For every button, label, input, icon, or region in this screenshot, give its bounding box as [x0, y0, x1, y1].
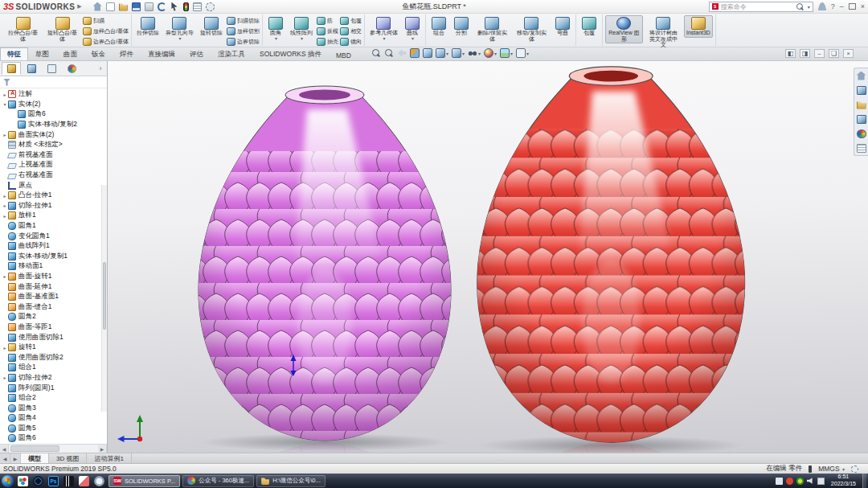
realview-graphics-button[interactable]: RealView 图形: [605, 15, 643, 43]
expand-arrow-icon[interactable]: ▸: [2, 132, 8, 137]
taskpane-view-palette-button[interactable]: [856, 113, 867, 125]
tree-item[interactable]: 移动面1: [0, 261, 107, 272]
restore-button[interactable]: [849, 3, 856, 10]
tab-草图[interactable]: 草图: [28, 47, 56, 60]
boundary-cut-button[interactable]: 边界切除: [227, 36, 260, 47]
login-user-icon[interactable]: [818, 2, 826, 10]
tab-MBD[interactable]: MBD: [329, 49, 358, 60]
tree-item[interactable]: ▸凸台-拉伸1: [0, 191, 107, 201]
tab-渲染工具[interactable]: 渲染工具: [211, 47, 252, 60]
mirror-button[interactable]: 镜向: [340, 36, 362, 47]
units-selector[interactable]: MMGS ▾: [818, 465, 845, 473]
taskpane-file-explorer-button[interactable]: [856, 99, 867, 110]
taskpane-design-library-button[interactable]: [856, 84, 867, 96]
home-icon[interactable]: [93, 2, 102, 11]
expand-arrow-icon[interactable]: ▾: [2, 101, 8, 107]
tree-item[interactable]: 圆角6: [0, 109, 107, 120]
previous-view-button[interactable]: [397, 48, 407, 58]
curves-button[interactable]: 曲线▾: [402, 15, 423, 43]
zoom-area-button[interactable]: [384, 48, 394, 58]
tree-item[interactable]: 圆角5: [0, 424, 107, 434]
revolved-boss-button[interactable]: 旋转凸台/基体: [43, 15, 81, 43]
extruded-boss-button[interactable]: 拉伸凸台/基体: [4, 15, 42, 43]
expand-arrow-icon[interactable]: ▸: [2, 213, 8, 219]
tree-item[interactable]: 圆角6: [0, 433, 107, 444]
search-icon[interactable]: [796, 2, 805, 11]
hide-show-items-button[interactable]: ▾: [468, 48, 481, 58]
command-search[interactable]: S 搜索命令 ▾: [709, 2, 813, 12]
close-button[interactable]: ×: [861, 2, 865, 11]
tray-alert-icon[interactable]: [786, 478, 793, 485]
swept-cut-button[interactable]: 扫描切除: [227, 15, 260, 26]
tree-item[interactable]: 实体-移动/复制1: [0, 252, 107, 262]
wrap-button[interactable]: 包覆: [340, 15, 362, 26]
dropdown-caret-icon[interactable]: ▾: [462, 51, 465, 56]
expand-arrow-icon[interactable]: ▸: [2, 92, 8, 97]
expand-arrow-icon[interactable]: ▸: [2, 273, 8, 279]
open-icon[interactable]: [119, 2, 128, 11]
rib-button[interactable]: 筋: [317, 15, 338, 26]
options-gear-icon[interactable]: [206, 2, 215, 11]
lofted-cut-button[interactable]: 放样切割: [227, 26, 260, 36]
delete-keep-body-button[interactable]: 删除/保留实体: [473, 15, 511, 43]
logo-flyout-arrow[interactable]: ▶: [77, 3, 81, 10]
split-button[interactable]: 分割: [451, 15, 472, 38]
tree-item[interactable]: 圆角4: [0, 413, 107, 424]
view-tab-3D 视图[interactable]: 3D 视图: [49, 453, 87, 463]
dark-browser-icon[interactable]: [33, 476, 43, 486]
dropdown-caret-icon[interactable]: ▾: [275, 36, 277, 42]
hole-wizard-button[interactable]: 异型孔向导▾: [163, 15, 196, 43]
model-view[interactable]: [108, 61, 868, 453]
graphics-area[interactable]: [108, 61, 868, 453]
taskbar-window-solidworks[interactable]: SWSOLIDWORKS P...: [108, 475, 180, 487]
tree-item[interactable]: 曲面-延伸1: [0, 281, 107, 292]
extruded-cut-button[interactable]: 拉伸切除: [134, 15, 162, 38]
tree-item[interactable]: 变化圆角1: [0, 231, 107, 241]
tab-直接编辑[interactable]: 直接编辑: [141, 47, 182, 60]
dropdown-caret-icon[interactable]: ▾: [478, 51, 481, 56]
view-tab-运动算例1[interactable]: 运动算例1: [87, 453, 131, 463]
apply-scene-button[interactable]: ▾: [500, 48, 513, 58]
displaymanager-tab[interactable]: [62, 62, 81, 75]
swept-boss-button[interactable]: 扫描: [83, 15, 129, 26]
tree-item[interactable]: ▸切除-拉伸1: [0, 201, 107, 211]
pink-vase[interactable]: [188, 86, 465, 453]
hscroll-right-icon[interactable]: ▶: [98, 445, 107, 453]
taskpane-custom-properties-button[interactable]: [856, 142, 867, 154]
revolved-cut-button[interactable]: 旋转切除: [198, 15, 225, 38]
macro-translate-tree-button[interactable]: 将设计树由英文改成中文: [645, 15, 682, 50]
filter-icon[interactable]: [3, 79, 10, 86]
reference-geometry-button[interactable]: 参考几何体▾: [367, 15, 400, 43]
restore-doc-button[interactable]: ❏: [829, 49, 839, 58]
tree-item[interactable]: ▸曲面实体(2): [0, 129, 107, 140]
save-icon[interactable]: [132, 2, 141, 11]
tab-焊件[interactable]: 焊件: [113, 47, 141, 60]
lofted-boss-button[interactable]: 放样凸台/基体: [83, 26, 129, 36]
instant3d-button[interactable]: Instant3D: [684, 15, 713, 38]
dropdown-caret-icon[interactable]: ▾: [510, 51, 513, 56]
tab-scroll-right-icon[interactable]: ▶: [10, 453, 21, 463]
dropdown-caret-icon[interactable]: ▾: [411, 36, 414, 42]
tab-scroll-left-icon[interactable]: ◀: [0, 453, 10, 463]
display-style-button[interactable]: ▾: [452, 48, 465, 58]
view-settings-button[interactable]: ▾: [516, 48, 529, 58]
tree-item[interactable]: 曲面-等距1: [0, 322, 107, 333]
tab-SOLIDWORKS 插件[interactable]: SOLIDWORKS 插件: [252, 47, 329, 60]
dropdown-caret-icon[interactable]: ▾: [494, 51, 497, 56]
tray-volume-icon[interactable]: [807, 478, 814, 485]
taskpane-home-button[interactable]: [856, 70, 867, 81]
minimize-doc-button[interactable]: –: [814, 49, 825, 58]
tree-item[interactable]: 使用曲面切除2: [0, 352, 107, 363]
tray-safety-icon[interactable]: [796, 478, 804, 485]
tree-item[interactable]: 上视基准面: [0, 160, 107, 170]
edit-appearance-button[interactable]: ▾: [484, 48, 497, 58]
tree-vertical-scrollbar[interactable]: [101, 185, 107, 412]
undo-icon[interactable]: [158, 2, 166, 11]
configurationmanager-tab[interactable]: [42, 62, 61, 75]
tree-item[interactable]: 曲面-基准面1: [0, 292, 107, 302]
photoshop-icon[interactable]: Ps: [48, 476, 59, 486]
screenshot-icon[interactable]: [94, 476, 104, 486]
tree-item[interactable]: 圆角2: [0, 312, 107, 322]
mail-icon[interactable]: [79, 476, 89, 486]
dropdown-caret-icon[interactable]: ▾: [383, 36, 385, 42]
